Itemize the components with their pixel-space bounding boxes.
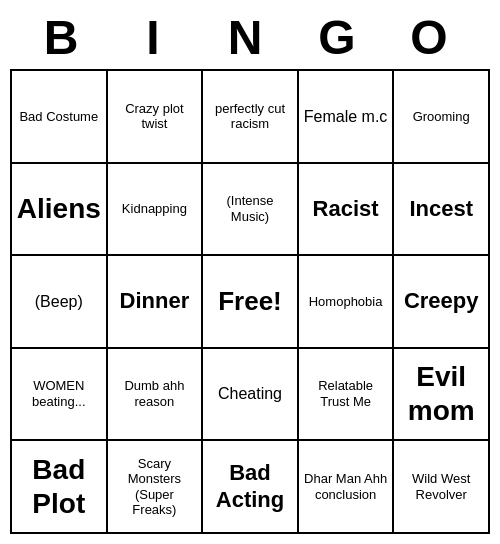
title-b: B [22, 10, 110, 65]
title-o: O [390, 10, 478, 65]
title-i: I [114, 10, 202, 65]
cell-text-2: perfectly cut racism [207, 101, 293, 132]
cell-text-5: Aliens [17, 192, 101, 226]
cell-text-3: Female m.c [304, 107, 388, 126]
title-g: G [298, 10, 386, 65]
cell-text-21: Scary Monsters (Super Freaks) [112, 456, 198, 518]
cell-text-0: Bad Costume [19, 109, 98, 125]
cell-text-14: Creepy [404, 288, 479, 314]
cell-text-16: Dumb ahh reason [112, 378, 198, 409]
cell-16: Dumb ahh reason [108, 349, 204, 442]
cell-15: WOMEN beating... [12, 349, 108, 442]
title-n: N [206, 10, 294, 65]
cell-text-15: WOMEN beating... [16, 378, 102, 409]
cell-text-8: Racist [313, 196, 379, 222]
cell-text-1: Crazy plot twist [112, 101, 198, 132]
cell-text-18: Relatable Trust Me [303, 378, 389, 409]
cell-8: Racist [299, 164, 395, 257]
cell-text-22: Bad Acting [207, 460, 293, 513]
cell-12: Free! [203, 256, 299, 349]
cell-text-19: Evil mom [398, 360, 484, 427]
cell-3: Female m.c [299, 71, 395, 164]
cell-21: Scary Monsters (Super Freaks) [108, 441, 204, 534]
cell-text-4: Grooming [413, 109, 470, 125]
cell-18: Relatable Trust Me [299, 349, 395, 442]
cell-22: Bad Acting [203, 441, 299, 534]
cell-11: Dinner [108, 256, 204, 349]
cell-text-20: Bad Plot [16, 453, 102, 520]
cell-text-23: Dhar Man Ahh conclusion [303, 471, 389, 502]
cell-1: Crazy plot twist [108, 71, 204, 164]
bingo-grid: Bad CostumeCrazy plot twistperfectly cut… [10, 69, 490, 534]
cell-23: Dhar Man Ahh conclusion [299, 441, 395, 534]
cell-17: Cheating [203, 349, 299, 442]
bingo-title: B I N G O [10, 10, 490, 65]
cell-20: Bad Plot [12, 441, 108, 534]
cell-10: (Beep) [12, 256, 108, 349]
cell-24: Wild West Revolver [394, 441, 490, 534]
cell-0: Bad Costume [12, 71, 108, 164]
cell-text-11: Dinner [120, 288, 190, 314]
cell-5: Aliens [12, 164, 108, 257]
cell-19: Evil mom [394, 349, 490, 442]
cell-text-12: Free! [218, 286, 282, 317]
cell-text-17: Cheating [218, 384, 282, 403]
cell-2: perfectly cut racism [203, 71, 299, 164]
cell-13: Homophobia [299, 256, 395, 349]
cell-text-10: (Beep) [35, 292, 83, 311]
cell-7: (Intense Music) [203, 164, 299, 257]
cell-14: Creepy [394, 256, 490, 349]
cell-text-7: (Intense Music) [207, 193, 293, 224]
cell-text-13: Homophobia [309, 294, 383, 310]
cell-4: Grooming [394, 71, 490, 164]
cell-text-9: Incest [409, 196, 473, 222]
cell-text-6: Kidnapping [122, 201, 187, 217]
cell-9: Incest [394, 164, 490, 257]
cell-text-24: Wild West Revolver [398, 471, 484, 502]
cell-6: Kidnapping [108, 164, 204, 257]
